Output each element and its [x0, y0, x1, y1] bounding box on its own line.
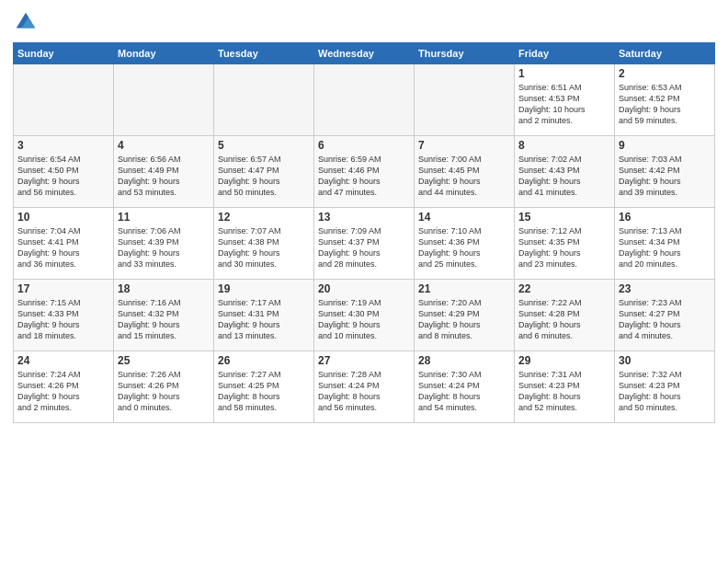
day-info: Sunrise: 7:24 AM Sunset: 4:26 PM Dayligh… — [17, 369, 109, 414]
day-info: Sunrise: 7:27 AM Sunset: 4:25 PM Dayligh… — [218, 369, 310, 414]
calendar-cell: 27Sunrise: 7:28 AM Sunset: 4:24 PM Dayli… — [314, 351, 415, 423]
weekday-header: Saturday — [615, 43, 715, 64]
day-info: Sunrise: 7:03 AM Sunset: 4:42 PM Dayligh… — [619, 154, 711, 199]
day-info: Sunrise: 6:53 AM Sunset: 4:52 PM Dayligh… — [619, 82, 711, 127]
day-number: 13 — [318, 211, 410, 224]
day-number: 18 — [118, 282, 210, 295]
day-info: Sunrise: 7:02 AM Sunset: 4:43 PM Dayligh… — [518, 154, 610, 199]
day-number: 24 — [17, 354, 109, 367]
calendar-cell: 26Sunrise: 7:27 AM Sunset: 4:25 PM Dayli… — [214, 351, 314, 423]
day-number: 20 — [318, 282, 410, 295]
calendar-cell: 24Sunrise: 7:24 AM Sunset: 4:26 PM Dayli… — [14, 351, 114, 423]
calendar-cell: 11Sunrise: 7:06 AM Sunset: 4:39 PM Dayli… — [114, 208, 214, 280]
calendar-cell: 5Sunrise: 6:57 AM Sunset: 4:47 PM Daylig… — [214, 136, 314, 208]
weekday-header: Tuesday — [214, 43, 314, 64]
calendar-table: SundayMondayTuesdayWednesdayThursdayFrid… — [13, 42, 715, 423]
calendar-cell: 20Sunrise: 7:19 AM Sunset: 4:30 PM Dayli… — [314, 280, 415, 351]
day-info: Sunrise: 6:59 AM Sunset: 4:46 PM Dayligh… — [318, 154, 410, 199]
calendar-week-row: 17Sunrise: 7:15 AM Sunset: 4:33 PM Dayli… — [14, 280, 715, 351]
day-info: Sunrise: 6:51 AM Sunset: 4:53 PM Dayligh… — [518, 82, 610, 127]
calendar-cell — [214, 64, 314, 136]
page: SundayMondayTuesdayWednesdayThursdayFrid… — [0, 0, 728, 563]
calendar-cell: 15Sunrise: 7:12 AM Sunset: 4:35 PM Dayli… — [515, 208, 615, 280]
calendar-cell: 30Sunrise: 7:32 AM Sunset: 4:23 PM Dayli… — [615, 351, 715, 423]
day-number: 16 — [619, 211, 711, 224]
day-number: 17 — [17, 282, 109, 295]
day-number: 1 — [518, 67, 610, 80]
calendar-cell: 18Sunrise: 7:16 AM Sunset: 4:32 PM Dayli… — [114, 280, 214, 351]
calendar-cell: 13Sunrise: 7:09 AM Sunset: 4:37 PM Dayli… — [314, 208, 415, 280]
day-info: Sunrise: 7:30 AM Sunset: 4:24 PM Dayligh… — [418, 369, 510, 414]
calendar-cell: 3Sunrise: 6:54 AM Sunset: 4:50 PM Daylig… — [14, 136, 114, 208]
calendar-cell — [314, 64, 415, 136]
header — [13, 9, 715, 35]
weekday-header: Thursday — [415, 43, 515, 64]
calendar-cell — [114, 64, 214, 136]
day-info: Sunrise: 7:06 AM Sunset: 4:39 PM Dayligh… — [118, 225, 210, 270]
calendar-week-row: 10Sunrise: 7:04 AM Sunset: 4:41 PM Dayli… — [14, 208, 715, 280]
day-info: Sunrise: 7:20 AM Sunset: 4:29 PM Dayligh… — [418, 297, 510, 342]
day-number: 23 — [619, 282, 711, 295]
day-number: 6 — [318, 139, 410, 152]
calendar-cell: 17Sunrise: 7:15 AM Sunset: 4:33 PM Dayli… — [14, 280, 114, 351]
calendar-cell — [14, 64, 114, 136]
day-info: Sunrise: 7:31 AM Sunset: 4:23 PM Dayligh… — [518, 369, 610, 414]
day-number: 19 — [218, 282, 310, 295]
day-info: Sunrise: 6:54 AM Sunset: 4:50 PM Dayligh… — [17, 154, 109, 199]
calendar-header-row: SundayMondayTuesdayWednesdayThursdayFrid… — [14, 43, 715, 64]
day-number: 21 — [418, 282, 510, 295]
calendar-cell — [415, 64, 515, 136]
logo — [13, 9, 42, 35]
logo-icon — [13, 9, 39, 35]
day-info: Sunrise: 7:22 AM Sunset: 4:28 PM Dayligh… — [518, 297, 610, 342]
day-number: 5 — [218, 139, 310, 152]
calendar-cell: 10Sunrise: 7:04 AM Sunset: 4:41 PM Dayli… — [14, 208, 114, 280]
day-info: Sunrise: 7:19 AM Sunset: 4:30 PM Dayligh… — [318, 297, 410, 342]
calendar-cell: 19Sunrise: 7:17 AM Sunset: 4:31 PM Dayli… — [214, 280, 314, 351]
day-info: Sunrise: 7:09 AM Sunset: 4:37 PM Dayligh… — [318, 225, 410, 270]
calendar-cell: 9Sunrise: 7:03 AM Sunset: 4:42 PM Daylig… — [615, 136, 715, 208]
day-info: Sunrise: 7:04 AM Sunset: 4:41 PM Dayligh… — [17, 225, 109, 270]
day-info: Sunrise: 7:23 AM Sunset: 4:27 PM Dayligh… — [619, 297, 711, 342]
day-number: 30 — [619, 354, 711, 367]
day-info: Sunrise: 7:26 AM Sunset: 4:26 PM Dayligh… — [118, 369, 210, 414]
day-number: 22 — [518, 282, 610, 295]
day-number: 28 — [418, 354, 510, 367]
weekday-header: Friday — [515, 43, 615, 64]
day-info: Sunrise: 6:56 AM Sunset: 4:49 PM Dayligh… — [118, 154, 210, 199]
calendar-cell: 22Sunrise: 7:22 AM Sunset: 4:28 PM Dayli… — [515, 280, 615, 351]
calendar-cell: 12Sunrise: 7:07 AM Sunset: 4:38 PM Dayli… — [214, 208, 314, 280]
day-number: 14 — [418, 211, 510, 224]
day-info: Sunrise: 7:13 AM Sunset: 4:34 PM Dayligh… — [619, 225, 711, 270]
day-info: Sunrise: 7:16 AM Sunset: 4:32 PM Dayligh… — [118, 297, 210, 342]
day-number: 8 — [518, 139, 610, 152]
calendar-cell: 14Sunrise: 7:10 AM Sunset: 4:36 PM Dayli… — [415, 208, 515, 280]
calendar-week-row: 24Sunrise: 7:24 AM Sunset: 4:26 PM Dayli… — [14, 351, 715, 423]
calendar-cell: 16Sunrise: 7:13 AM Sunset: 4:34 PM Dayli… — [615, 208, 715, 280]
day-number: 11 — [118, 211, 210, 224]
day-info: Sunrise: 7:32 AM Sunset: 4:23 PM Dayligh… — [619, 369, 711, 414]
calendar-cell: 4Sunrise: 6:56 AM Sunset: 4:49 PM Daylig… — [114, 136, 214, 208]
calendar-cell: 8Sunrise: 7:02 AM Sunset: 4:43 PM Daylig… — [515, 136, 615, 208]
calendar-cell: 29Sunrise: 7:31 AM Sunset: 4:23 PM Dayli… — [515, 351, 615, 423]
day-info: Sunrise: 7:00 AM Sunset: 4:45 PM Dayligh… — [418, 154, 510, 199]
calendar-week-row: 1Sunrise: 6:51 AM Sunset: 4:53 PM Daylig… — [14, 64, 715, 136]
calendar-cell: 7Sunrise: 7:00 AM Sunset: 4:45 PM Daylig… — [415, 136, 515, 208]
day-info: Sunrise: 7:12 AM Sunset: 4:35 PM Dayligh… — [518, 225, 610, 270]
day-number: 15 — [518, 211, 610, 224]
calendar-cell: 21Sunrise: 7:20 AM Sunset: 4:29 PM Dayli… — [415, 280, 515, 351]
day-number: 26 — [218, 354, 310, 367]
calendar-cell: 1Sunrise: 6:51 AM Sunset: 4:53 PM Daylig… — [515, 64, 615, 136]
day-info: Sunrise: 7:15 AM Sunset: 4:33 PM Dayligh… — [17, 297, 109, 342]
day-number: 2 — [619, 67, 711, 80]
calendar-cell: 25Sunrise: 7:26 AM Sunset: 4:26 PM Dayli… — [114, 351, 214, 423]
day-number: 4 — [118, 139, 210, 152]
calendar-cell: 2Sunrise: 6:53 AM Sunset: 4:52 PM Daylig… — [615, 64, 715, 136]
day-number: 7 — [418, 139, 510, 152]
calendar-cell: 28Sunrise: 7:30 AM Sunset: 4:24 PM Dayli… — [415, 351, 515, 423]
calendar-week-row: 3Sunrise: 6:54 AM Sunset: 4:50 PM Daylig… — [14, 136, 715, 208]
weekday-header: Sunday — [14, 43, 114, 64]
day-info: Sunrise: 6:57 AM Sunset: 4:47 PM Dayligh… — [218, 154, 310, 199]
calendar-cell: 6Sunrise: 6:59 AM Sunset: 4:46 PM Daylig… — [314, 136, 415, 208]
day-number: 3 — [17, 139, 109, 152]
